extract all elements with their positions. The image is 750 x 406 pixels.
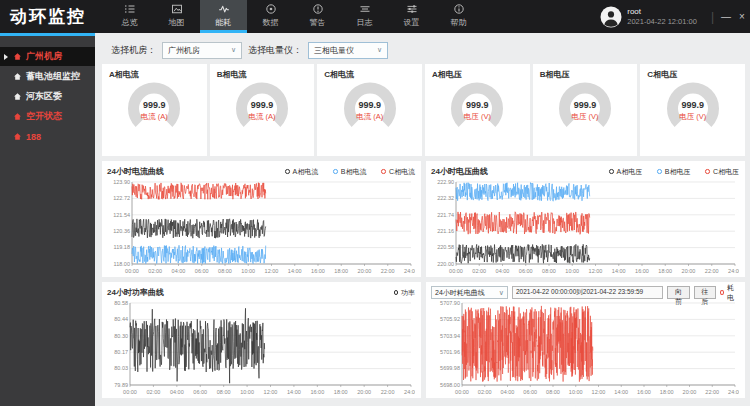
legend-item[interactable]: C相电压	[705, 167, 739, 177]
meter-select[interactable]: 三相电量仪 ∨	[308, 42, 388, 59]
legend-item[interactable]: A相电压	[609, 167, 642, 177]
nav-tab-label: 能耗	[216, 17, 232, 28]
chart-header: 24小时耗电曲线 ∨ 向前 往后 耗电	[431, 285, 739, 300]
main-content: 选择机房： 广州机房 ∨ 选择电量仪： 三相电量仪 ∨ A相电流999.9电流 …	[95, 33, 750, 406]
legend-label: A相电流	[293, 167, 319, 177]
svg-text:5698.00: 5698.00	[440, 382, 460, 388]
gauge-title: A相电压	[432, 69, 523, 80]
nav-tab-energy[interactable]: 能耗	[200, 0, 247, 33]
nav-tab-data[interactable]: 数据	[247, 0, 294, 33]
svg-text:12:00: 12:00	[592, 389, 606, 395]
gauge-unit: 电流 (A)	[232, 112, 292, 122]
legend-label: C相电压	[713, 167, 739, 177]
svg-text:222.32: 222.32	[437, 195, 454, 201]
gauge-unit: 电流 (A)	[340, 112, 400, 122]
window-separator: |	[711, 10, 714, 24]
power-24h-chart-panel: 24小时功率曲线 功率 80.5880.4480.3080.1780.0379.…	[102, 282, 421, 398]
consumption-curve-select[interactable]: 24小时耗电曲线 ∨	[431, 286, 508, 299]
user-info[interactable]: root 2021-04-22 12:01:00	[600, 0, 697, 33]
legend-item[interactable]: A相电流	[285, 167, 318, 177]
settings-icon	[406, 3, 418, 15]
chart-svg: 123.90122.72121.54120.36119.18118.0000:0…	[107, 179, 415, 275]
svg-text:10:00: 10:00	[569, 389, 583, 395]
legend-ring-icon	[609, 169, 614, 174]
legend-item[interactable]: C相电流	[381, 167, 415, 177]
svg-text:18:00: 18:00	[334, 268, 348, 274]
legend-item[interactable]: B相电流	[333, 167, 366, 177]
chart-title: 24小时电流曲线	[107, 166, 164, 177]
svg-text:121.54: 121.54	[113, 212, 130, 218]
home-icon	[13, 132, 22, 141]
svg-text:20:00: 20:00	[358, 268, 372, 274]
gauge-value: 999.9	[555, 100, 615, 110]
nav-tab-map[interactable]: 地图	[153, 0, 200, 33]
svg-text:20:00: 20:00	[357, 389, 371, 395]
list-icon	[124, 3, 136, 15]
sidebar-item-label: 空开状态	[26, 110, 62, 123]
chart-title: 24小时功率曲线	[107, 287, 164, 298]
chart-plot: 222.90222.32221.74221.16220.58220.0000:0…	[431, 179, 739, 275]
svg-text:120.36: 120.36	[113, 228, 130, 234]
chart-plot: 5707.905705.925703.945701.965699.985698.…	[431, 300, 739, 396]
nav-tab-log[interactable]: 日志	[341, 0, 388, 33]
svg-text:79.89: 79.89	[114, 382, 128, 388]
nav-tab-label: 总览	[122, 17, 138, 28]
room-select[interactable]: 广州机房 ∨	[162, 42, 242, 59]
svg-text:220.58: 220.58	[437, 244, 454, 250]
svg-text:04:00: 04:00	[170, 389, 184, 395]
close-button[interactable]: ×	[734, 0, 750, 33]
username: root	[627, 7, 697, 17]
range-next-button[interactable]: 往后	[694, 286, 716, 299]
svg-text:222.90: 222.90	[437, 179, 454, 185]
minimize-button[interactable]: —	[718, 0, 734, 33]
top-nav: 总览地图能耗数据警告日志设置帮助	[106, 0, 482, 33]
sidebar-item-air-switch-status[interactable]: 空开状态	[0, 107, 95, 126]
nav-tab-settings[interactable]: 设置	[388, 0, 435, 33]
svg-text:24:00: 24:00	[728, 268, 739, 274]
svg-text:00:00: 00:00	[125, 268, 139, 274]
svg-text:122.72: 122.72	[113, 195, 130, 201]
meter-select-label: 选择电量仪：	[248, 44, 302, 57]
chart-header: 24小时电流曲线 A相电流B相电流C相电流	[107, 164, 415, 179]
svg-text:18:00: 18:00	[660, 389, 674, 395]
help-icon	[453, 3, 465, 15]
svg-text:5699.98: 5699.98	[440, 365, 460, 371]
svg-text:22:00: 22:00	[381, 268, 395, 274]
legend-label: 功率	[401, 288, 415, 298]
svg-text:24:00: 24:00	[728, 389, 739, 395]
svg-text:00:00: 00:00	[123, 389, 137, 395]
legend-item[interactable]: B相电压	[657, 167, 690, 177]
gauge-card-4: B相电压999.9电压 (V)	[533, 64, 638, 156]
svg-text:14:00: 14:00	[612, 268, 626, 274]
chart-legend: 功率	[394, 288, 416, 298]
gauge-title: A相电流	[109, 69, 200, 80]
svg-text:16:00: 16:00	[311, 268, 325, 274]
gauge-value: 999.9	[447, 100, 507, 110]
date-range-input[interactable]	[512, 286, 663, 299]
nav-tab-label: 帮助	[451, 17, 467, 28]
chevron-down-icon: ∨	[231, 46, 236, 54]
sidebar-item-room-188[interactable]: 188	[0, 127, 95, 146]
nav-tab-overview[interactable]: 总览	[106, 0, 153, 33]
nav-tab-help[interactable]: 帮助	[435, 0, 482, 33]
legend-item[interactable]: 功率	[394, 288, 416, 298]
gauge-card-5: C相电压999.9电压 (V)	[640, 64, 745, 156]
gauge-value: 999.9	[340, 100, 400, 110]
sidebar-item-guangzhou-room[interactable]: 广州机房	[0, 47, 95, 66]
sidebar-item-hedong-district[interactable]: 河东区委	[0, 87, 95, 106]
current-24h-chart-panel: 24小时电流曲线 A相电流B相电流C相电流 123.90122.72121.54…	[102, 161, 421, 277]
chart-plot: 80.5880.4480.3080.1780.0379.8900:0002:00…	[107, 300, 415, 396]
range-prev-button[interactable]: 向前	[667, 286, 689, 299]
svg-text:12:00: 12:00	[589, 268, 603, 274]
svg-text:10:00: 10:00	[240, 389, 254, 395]
svg-text:22:00: 22:00	[705, 268, 719, 274]
svg-text:06:00: 06:00	[519, 268, 533, 274]
gauge-card-1: B相电流999.9电流 (A)	[210, 64, 315, 156]
svg-text:220.00: 220.00	[437, 261, 454, 267]
svg-text:08:00: 08:00	[546, 389, 560, 395]
sidebar-item-battery-group-monitor[interactable]: 蓄电池组监控	[0, 67, 95, 86]
svg-text:14:00: 14:00	[614, 389, 628, 395]
svg-text:24:00: 24:00	[404, 389, 415, 395]
nav-tab-alert[interactable]: 警告	[294, 0, 341, 33]
svg-text:118.00: 118.00	[114, 261, 130, 267]
